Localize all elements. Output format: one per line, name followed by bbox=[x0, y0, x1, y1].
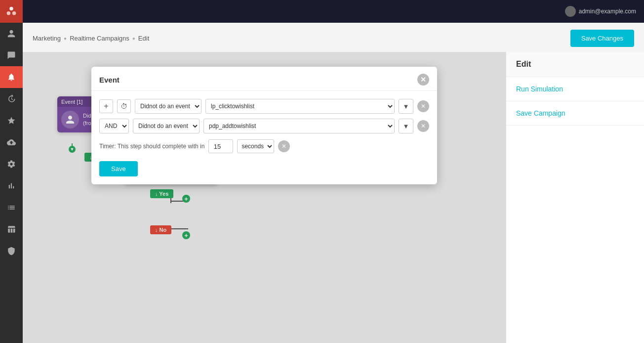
remove-button-2[interactable]: ✕ bbox=[417, 120, 429, 132]
sidebar-item-history[interactable] bbox=[0, 88, 23, 110]
top-bar: admin@example.com bbox=[23, 0, 644, 23]
sidebar-item-upload[interactable] bbox=[0, 131, 23, 153]
filter-button-1[interactable]: ▼ bbox=[399, 99, 413, 114]
canvas-area: Event [1] ⧉ ✎ ⋮ Did: started_session (fr… bbox=[23, 52, 644, 343]
filter-button-2[interactable]: ▼ bbox=[399, 119, 413, 133]
timer-row: Timer: This step should complete with in… bbox=[99, 139, 429, 153]
timer-unit-select[interactable]: seconds minutes hours days bbox=[237, 139, 274, 153]
event-select-2[interactable]: pdp_addtowishlist bbox=[203, 119, 395, 133]
condition-row-2: AND Didnot do an event pdp_addtowishlist… bbox=[99, 119, 429, 133]
svg-point-2 bbox=[7, 11, 10, 15]
and-select[interactable]: AND bbox=[99, 119, 129, 133]
svg-point-1 bbox=[9, 7, 13, 10]
sidebar-item-star[interactable] bbox=[0, 110, 23, 131]
event-select-1[interactable]: lp_clicktowishlist bbox=[205, 99, 395, 114]
sidebar-item-notification[interactable] bbox=[0, 66, 23, 88]
avatar bbox=[565, 6, 576, 17]
run-simulation-button[interactable]: Run Simulation bbox=[506, 77, 644, 101]
page-content: Marketing ● Realtime Campaigns ● Edit Sa… bbox=[23, 23, 644, 343]
main-content: admin@example.com Marketing ● Realtime C… bbox=[23, 0, 644, 343]
header-row: Marketing ● Realtime Campaigns ● Edit Sa… bbox=[23, 23, 644, 52]
svg-point-3 bbox=[12, 11, 16, 15]
timer-remove-button[interactable]: ✕ bbox=[278, 140, 290, 152]
save-campaign-button[interactable]: Save Campaign bbox=[506, 101, 644, 126]
sidebar-item-settings[interactable] bbox=[0, 153, 23, 175]
add-condition-button[interactable]: + bbox=[99, 99, 113, 113]
condition-row-1: + ⏱ Didnot do an event lp_clicktowishlis… bbox=[99, 99, 429, 114]
sidebar bbox=[0, 0, 23, 343]
app-logo[interactable] bbox=[0, 0, 23, 23]
breadcrumb-sep-1: ● bbox=[64, 36, 67, 41]
sidebar-item-user[interactable] bbox=[0, 23, 23, 44]
modal-title: Event bbox=[99, 76, 120, 84]
sidebar-item-gear[interactable] bbox=[0, 240, 23, 262]
breadcrumb: Marketing ● Realtime Campaigns ● Edit bbox=[33, 35, 149, 42]
condition-select-1[interactable]: Didnot do an event bbox=[135, 99, 201, 114]
sidebar-item-chart[interactable] bbox=[0, 175, 23, 197]
modal-close-button[interactable]: ✕ bbox=[417, 74, 429, 86]
condition-select-2[interactable]: Didnot do an event bbox=[133, 119, 200, 133]
breadcrumb-edit: Edit bbox=[138, 35, 149, 42]
flow-canvas[interactable]: Event [1] ⧉ ✎ ⋮ Did: started_session (fr… bbox=[23, 52, 506, 343]
modal-body: + ⏱ Didnot do an event lp_clicktowishlis… bbox=[91, 91, 437, 184]
event-modal: Event ✕ + ⏱ Didnot do an event bbox=[91, 67, 437, 184]
timer-label: Timer: This step should complete with in bbox=[99, 143, 204, 150]
sidebar-item-table[interactable] bbox=[0, 218, 23, 240]
modal-overlay: Event ✕ + ⏱ Didnot do an event bbox=[23, 52, 506, 343]
modal-header: Event ✕ bbox=[91, 67, 437, 91]
right-panel: Edit Run Simulation Save Campaign bbox=[506, 52, 644, 343]
user-info: admin@example.com bbox=[565, 6, 636, 17]
sidebar-item-chat[interactable] bbox=[0, 44, 23, 66]
breadcrumb-sep-2: ● bbox=[132, 36, 135, 41]
save-changes-button[interactable]: Save Changes bbox=[570, 30, 634, 47]
modal-save-button[interactable]: Save bbox=[99, 161, 138, 176]
user-email: admin@example.com bbox=[579, 8, 636, 15]
timer-input[interactable] bbox=[208, 139, 233, 153]
remove-button-1[interactable]: ✕ bbox=[417, 100, 429, 112]
clock-button[interactable]: ⏱ bbox=[117, 99, 131, 113]
breadcrumb-marketing[interactable]: Marketing bbox=[33, 35, 61, 42]
breadcrumb-realtime[interactable]: Realtime Campaigns bbox=[70, 35, 129, 42]
sidebar-item-list[interactable] bbox=[0, 197, 23, 218]
right-panel-header: Edit bbox=[506, 52, 644, 77]
